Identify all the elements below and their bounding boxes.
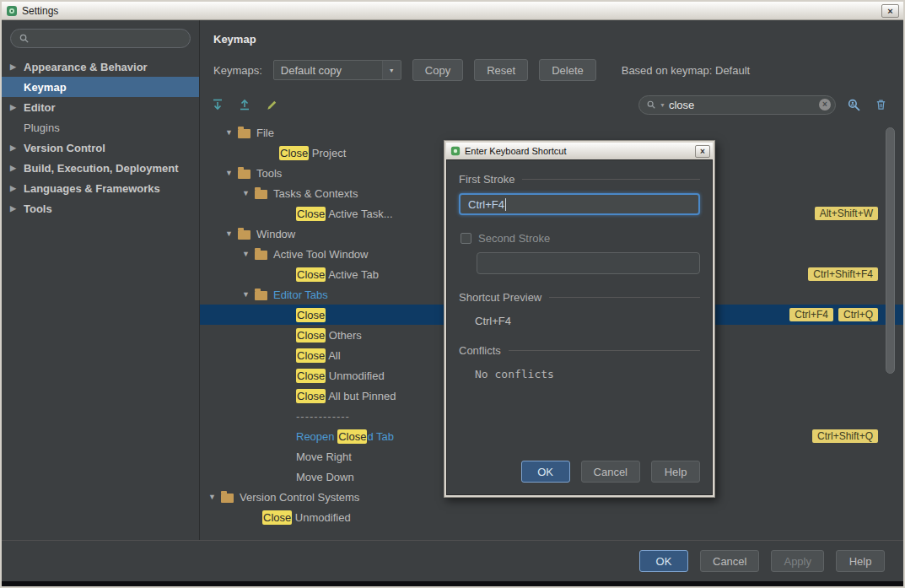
search-match-highlight: Close bbox=[262, 510, 292, 525]
sidebar-item-version-control[interactable]: ▶Version Control bbox=[2, 138, 199, 158]
dialog-close-button[interactable]: × bbox=[695, 145, 710, 158]
dialog-cancel-button[interactable]: Cancel bbox=[581, 461, 640, 483]
apply-button[interactable]: Apply bbox=[771, 550, 824, 572]
expand-all-button[interactable] bbox=[208, 95, 227, 114]
sidebar-item-appearance-behavior[interactable]: ▶Appearance & Behavior bbox=[2, 57, 199, 77]
sidebar-item-label: Build, Execution, Deployment bbox=[24, 162, 178, 175]
sidebar-item-languages-frameworks[interactable]: ▶Languages & Frameworks bbox=[2, 178, 199, 198]
chevron-right-icon[interactable]: ▶ bbox=[10, 204, 24, 213]
keymap-bar: Keymaps: Default copy ▼ Copy Reset Delet… bbox=[213, 59, 903, 81]
tree-scrollbar[interactable] bbox=[886, 124, 895, 538]
action-label-segment: Reopen bbox=[296, 430, 337, 443]
dialog-app-icon bbox=[450, 146, 461, 156]
action-label-segment: Unmodified bbox=[292, 511, 350, 524]
separator-line bbox=[549, 297, 700, 298]
edit-shortcut-button[interactable] bbox=[262, 95, 281, 114]
shortcut-badge: Alt+Shift+W bbox=[815, 207, 878, 220]
cancel-button[interactable]: Cancel bbox=[700, 550, 759, 572]
tree-expand-arrow-icon[interactable]: ▼ bbox=[242, 290, 255, 299]
window-close-button[interactable]: × bbox=[881, 4, 899, 18]
delete-keymap-button[interactable]: Delete bbox=[539, 59, 596, 81]
ok-button[interactable]: OK bbox=[639, 550, 688, 572]
action-label-segment: All but Pinned bbox=[326, 390, 396, 402]
chevron-right-icon[interactable]: ▶ bbox=[10, 184, 24, 192]
folder-icon bbox=[238, 129, 250, 138]
sidebar-item-editor[interactable]: ▶Editor bbox=[2, 97, 199, 117]
dialog-help-button[interactable]: Help bbox=[651, 461, 700, 483]
settings-app-icon bbox=[6, 5, 18, 17]
search-match-highlight: Close bbox=[296, 389, 326, 403]
folder-icon bbox=[255, 251, 267, 260]
sidebar-item-plugins[interactable]: Plugins bbox=[2, 117, 199, 138]
keymap-select[interactable]: Default copy ▼ bbox=[273, 60, 401, 80]
folder-icon bbox=[255, 291, 267, 300]
tree-expand-arrow-icon[interactable]: ▼ bbox=[225, 229, 238, 238]
sidebar-item-tools[interactable]: ▶Tools bbox=[2, 198, 199, 218]
search-match-highlight: Close bbox=[296, 207, 326, 221]
action-label-segment: Others bbox=[326, 329, 362, 342]
shortcut-badges: Ctrl+F4Ctrl+Q bbox=[789, 308, 878, 321]
tree-expand-arrow-icon[interactable]: ▼ bbox=[208, 493, 221, 501]
search-match-highlight: Close bbox=[296, 369, 326, 383]
tree-folder-label: Version Control Systems bbox=[240, 491, 359, 504]
shortcut-filter-input[interactable]: ▼ close × bbox=[638, 95, 836, 115]
sidebar-search-input[interactable] bbox=[10, 29, 191, 48]
sidebar-item-label: Appearance & Behavior bbox=[24, 61, 148, 73]
separator-line bbox=[522, 179, 700, 180]
help-button[interactable]: Help bbox=[836, 550, 885, 572]
tree-expand-arrow-icon[interactable]: ▼ bbox=[242, 189, 255, 197]
keymaps-label: Keymaps: bbox=[213, 64, 262, 77]
keyboard-shortcut-dialog: Enter Keyboard Shortcut × First Stroke C… bbox=[444, 140, 715, 498]
text-caret bbox=[505, 198, 506, 211]
sidebar-item-keymap[interactable]: Keymap bbox=[2, 77, 199, 97]
sidebar-item-label: Editor bbox=[24, 101, 56, 114]
sidebar-item-label: Tools bbox=[24, 202, 52, 215]
search-match-highlight: Close bbox=[296, 348, 326, 363]
magnifier-person-icon bbox=[847, 98, 861, 112]
dialog-titlebar: Enter Keyboard Shortcut × bbox=[446, 143, 713, 159]
folder-icon bbox=[238, 170, 250, 179]
shortcut-badges: Alt+Shift+W bbox=[815, 207, 878, 220]
shortcut-badge: Ctrl+F4 bbox=[789, 308, 833, 321]
action-label-segment: Move Right bbox=[296, 450, 352, 463]
search-match-highlight: Close bbox=[296, 267, 326, 282]
action-label-segment: Project bbox=[309, 147, 346, 159]
dialog-title: Enter Keyboard Shortcut bbox=[465, 146, 691, 156]
second-stroke-input[interactable] bbox=[477, 252, 700, 274]
chevron-right-icon[interactable]: ▶ bbox=[10, 103, 24, 111]
tree-folder-label: Tasks & Contexts bbox=[273, 187, 358, 200]
chevron-right-icon[interactable]: ▶ bbox=[10, 143, 24, 152]
shortcut-badge: Ctrl+Shift+Q bbox=[812, 429, 878, 443]
second-stroke-label: Second Stroke bbox=[478, 232, 550, 245]
dialog-buttons: OK Cancel Help bbox=[459, 447, 700, 483]
settings-window: Settings × ▶Appearance & BehaviorKeymap▶… bbox=[0, 0, 905, 588]
search-history-chevron-icon[interactable]: ▼ bbox=[660, 102, 665, 108]
find-actions-by-shortcut-button[interactable] bbox=[844, 95, 863, 114]
remove-shortcut-button[interactable] bbox=[871, 95, 890, 114]
tree-expand-arrow-icon[interactable]: ▼ bbox=[225, 128, 238, 137]
tree-folder-label: Tools bbox=[256, 167, 282, 180]
second-stroke-checkbox[interactable] bbox=[461, 233, 471, 244]
conflicts-section: Conflicts bbox=[459, 344, 700, 357]
tree-expand-arrow-icon[interactable]: ▼ bbox=[242, 250, 255, 258]
collapse-all-button[interactable] bbox=[235, 95, 254, 114]
page-title: Keymap bbox=[200, 20, 903, 46]
action-label-segment: Active Tab bbox=[326, 268, 379, 281]
first-stroke-input[interactable]: Ctrl+F4 bbox=[459, 193, 700, 215]
window-bottom-edge bbox=[2, 581, 903, 586]
tree-row-close-unmodified[interactable]: Close Unmodified bbox=[200, 507, 903, 527]
dialog-ok-button[interactable]: OK bbox=[521, 461, 570, 483]
tree-expand-arrow-icon[interactable]: ▼ bbox=[225, 169, 238, 177]
reset-keymap-button[interactable]: Reset bbox=[474, 59, 528, 81]
clear-search-icon[interactable]: × bbox=[819, 99, 831, 111]
chevron-right-icon[interactable]: ▶ bbox=[10, 164, 24, 172]
chevron-right-icon[interactable]: ▶ bbox=[10, 62, 24, 71]
search-match-highlight: Close bbox=[337, 429, 367, 444]
scrollbar-thumb[interactable] bbox=[886, 127, 895, 374]
copy-keymap-button[interactable]: Copy bbox=[412, 59, 463, 81]
sidebar-item-label: Plugins bbox=[24, 121, 60, 134]
sidebar-item-build-execution-deployment[interactable]: ▶Build, Execution, Deployment bbox=[2, 158, 199, 178]
sidebar-item-label: Languages & Frameworks bbox=[24, 182, 160, 195]
shortcut-preview-label: Shortcut Preview bbox=[459, 291, 541, 304]
dropdown-arrow-icon[interactable]: ▼ bbox=[382, 61, 401, 79]
